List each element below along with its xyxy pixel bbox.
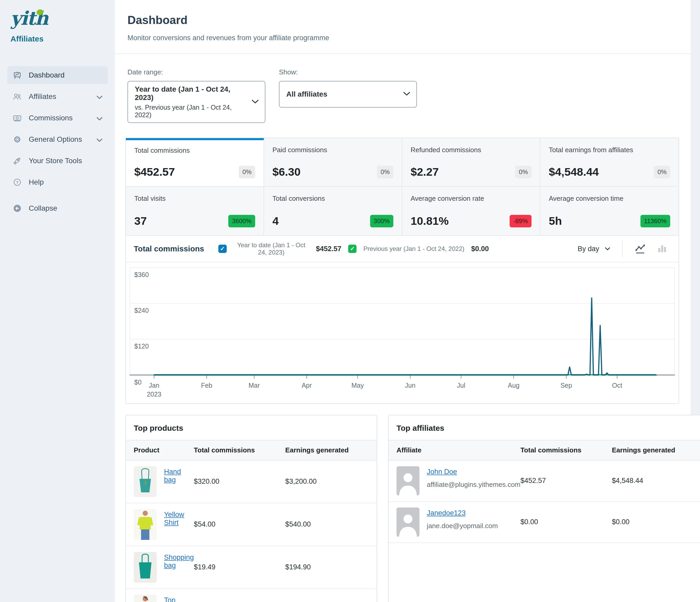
stat-badge: 0% [654, 166, 670, 178]
stat-badge: 11360% [641, 215, 670, 227]
svg-text:$120: $120 [134, 342, 149, 350]
sidebar-nav: Dashboard Affiliates Commissions [7, 66, 108, 217]
sidebar-item-general-options[interactable]: General Options [7, 131, 108, 148]
product-link[interactable]: Top [164, 596, 176, 602]
stat-card-avg-conversion-time[interactable]: Average conversion time 5h 11360% [541, 187, 679, 235]
affiliate-email: jane.doe@yopmail.com [427, 522, 498, 530]
page-header: Dashboard Monitor conversions and revenu… [115, 0, 691, 54]
column-header-earnings-generated: Earnings generated [285, 446, 369, 454]
sidebar-item-dashboard[interactable]: Dashboard [7, 66, 108, 84]
svg-text:Sep: Sep [560, 382, 572, 389]
sidebar-collapse-button[interactable]: Collapse [7, 200, 108, 217]
stat-badge: 3600% [228, 215, 255, 227]
sidebar-item-label: Your Store Tools [29, 157, 82, 165]
stat-label: Total commissions [134, 147, 255, 155]
stat-card-paid-commissions[interactable]: Paid commissions $6.30 0% [264, 138, 402, 187]
stat-card-total-conversions[interactable]: Total conversions 4 300% [264, 187, 402, 235]
show-group: Show: All affiliates [279, 68, 417, 123]
chart-type-toggle [635, 243, 668, 254]
date-range-compare: vs. Previous year (Jan 1 - Oct 24, 2022) [135, 104, 247, 119]
divider [622, 240, 623, 257]
avatar-placeholder-icon [397, 466, 420, 496]
column-header-total-commissions: Total commissions [194, 446, 285, 454]
page-subtitle: Monitor conversions and revenues from yo… [127, 34, 678, 42]
date-range-select[interactable]: Year to date (Jan 1 - Oct 24, 2023) vs. … [127, 81, 266, 123]
product-image-top [134, 595, 157, 602]
series2-label: Previous year (Jan 1 - Oct 24, 2022) [363, 245, 465, 253]
collapse-icon [12, 204, 22, 213]
top-affiliates-title: Top affiliates [389, 415, 700, 440]
sidebar-item-help[interactable]: ? Help [7, 173, 108, 191]
rocket-icon [12, 156, 22, 165]
top-products-header: Product Total commissions Earnings gener… [126, 440, 377, 461]
stat-card-total-earnings[interactable]: Total earnings from affiliates $4,548.44… [541, 138, 679, 187]
affiliate-link[interactable]: Janedoe123 [427, 509, 466, 517]
stats-grid: Total commissions $452.57 0% Paid commis… [126, 138, 679, 235]
line-chart-icon[interactable] [635, 243, 647, 254]
stat-card-refunded-commissions[interactable]: Refunded commissions $2.27 0% [402, 138, 541, 187]
date-range-value: Year to date (Jan 1 - Oct 24, 2023) [135, 85, 247, 102]
stat-label: Total earnings from affiliates [549, 146, 670, 154]
plugin-name: Affiliates [10, 34, 108, 43]
chart-title: Total commissions [134, 244, 204, 253]
sidebar-item-label: Collapse [29, 204, 57, 212]
page-title: Dashboard [127, 14, 678, 27]
stat-badge: 0% [377, 166, 393, 178]
interval-select[interactable]: By day [577, 245, 610, 253]
product-link[interactable]: Hand bag [164, 468, 194, 484]
chevron-down-icon [252, 100, 258, 104]
series1-checkbox[interactable]: ✓ [218, 244, 227, 253]
stat-card-avg-conversion-rate[interactable]: Average conversion rate 10.81% -89% [402, 187, 541, 235]
series2-checkbox[interactable]: ✓ [348, 244, 356, 253]
product-link[interactable]: Yellow Shirt [164, 511, 194, 527]
table-row: Yellow Shirt $54.00 $540.00 [126, 503, 377, 546]
chevron-down-icon [97, 93, 102, 101]
show-label: Show: [279, 68, 417, 76]
sidebar-item-label: Commissions [29, 114, 73, 122]
stat-value: $2.27 [410, 165, 439, 178]
bottom-tables: Top products Product Total commissions E… [125, 415, 679, 602]
avatar-placeholder-icon [397, 507, 420, 537]
table-row: Hand bag $320.00 $3,200.00 [126, 461, 377, 503]
bar-chart-icon[interactable] [657, 243, 668, 254]
stat-label: Total conversions [272, 194, 393, 203]
commissions-icon [12, 113, 22, 123]
svg-text:Apr: Apr [302, 382, 312, 389]
product-earnings: $540.00 [285, 520, 369, 528]
sidebar-item-your-store-tools[interactable]: Your Store Tools [7, 152, 108, 170]
affiliate-email: affiliate@plugins.yithemes.com [427, 480, 520, 489]
svg-text:Oct: Oct [612, 382, 622, 389]
help-icon: ? [12, 178, 22, 187]
column-header-product: Product [134, 446, 194, 454]
affiliate-earnings: $0.00 [612, 518, 695, 526]
column-header-earnings-generated: Earnings generated [612, 446, 695, 454]
sidebar-item-affiliates[interactable]: Affiliates [7, 88, 108, 105]
svg-text:$0: $0 [134, 378, 142, 386]
date-range-label: Date range: [127, 68, 266, 76]
interval-label: By day [577, 245, 599, 253]
affiliate-link[interactable]: John Doe [427, 468, 457, 476]
commissions-chart[interactable]: $0$120$240$360Jan2023FebMarAprMayJunJulA… [126, 262, 679, 403]
sidebar-item-commissions[interactable]: Commissions [7, 109, 108, 127]
affiliate-commissions: $0.00 [520, 518, 612, 526]
stat-value: $452.57 [134, 165, 175, 178]
table-row: Shopping bag $19.49 $194.90 [126, 546, 377, 589]
top-products-panel: Top products Product Total commissions E… [125, 415, 377, 602]
svg-text:May: May [352, 382, 364, 389]
product-link[interactable]: Shopping bag [164, 553, 194, 570]
stat-card-total-commissions[interactable]: Total commissions $452.57 0% [126, 138, 264, 187]
stat-label: Average conversion time [549, 194, 670, 203]
show-select[interactable]: All affiliates [279, 81, 417, 108]
sidebar-item-label: Dashboard [29, 71, 65, 79]
affiliates-icon [12, 92, 22, 101]
svg-text:Jan: Jan [149, 382, 159, 389]
chevron-down-icon [97, 135, 102, 143]
stat-card-total-visits[interactable]: Total visits 37 3600% [126, 187, 264, 235]
dashboard-icon [12, 71, 22, 80]
affiliate-earnings: $4,548.44 [612, 477, 695, 485]
stat-label: Paid commissions [272, 146, 393, 154]
sidebar-item-label: Affiliates [29, 93, 56, 101]
stat-value: 4 [272, 215, 279, 227]
chevron-down-icon [605, 247, 610, 250]
svg-text:2023: 2023 [147, 391, 161, 398]
